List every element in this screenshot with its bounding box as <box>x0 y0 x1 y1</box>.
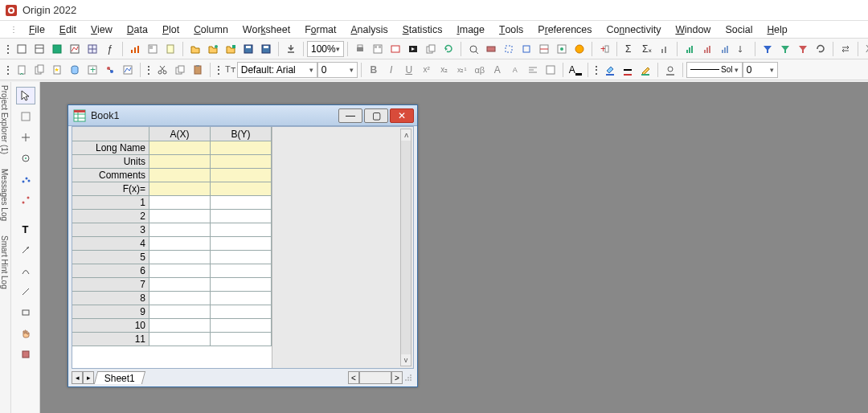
add-ctx-icon[interactable]: + <box>84 62 100 78</box>
cell[interactable] <box>211 333 272 346</box>
row-header[interactable]: 1 <box>72 196 149 209</box>
col-header-b[interactable]: B(Y) <box>211 127 272 141</box>
zoom-tool-icon[interactable] <box>16 108 35 125</box>
fontsize-selector[interactable]: 0 <box>317 62 358 78</box>
bigger-icon[interactable]: A <box>489 62 506 78</box>
menu-worksheet[interactable]: Worksheet <box>236 22 297 37</box>
mask-icon[interactable] <box>483 41 499 57</box>
menu-plot[interactable]: Plot <box>156 22 186 37</box>
bold-icon[interactable]: B <box>366 62 382 78</box>
cell[interactable] <box>211 155 272 168</box>
cell[interactable] <box>149 264 211 277</box>
menu-analysis[interactable]: Analysis <box>344 22 394 37</box>
workbook-titlebar[interactable]: Book1 — ▢ ✕ <box>68 105 417 126</box>
cell[interactable] <box>149 223 211 236</box>
video-icon[interactable] <box>405 41 421 57</box>
pointer-icon[interactable] <box>16 87 35 104</box>
menu-social[interactable]: Social <box>719 22 759 37</box>
new-excel-icon[interactable] <box>49 41 65 57</box>
new-2d-icon[interactable] <box>127 41 143 57</box>
greek-icon[interactable]: αβ <box>472 62 488 78</box>
import-db-icon[interactable] <box>67 62 83 78</box>
menu-image[interactable]: Image <box>450 22 491 37</box>
reader-tool-icon[interactable] <box>16 149 35 167</box>
vertical-scrollbar[interactable]: ʌ v <box>400 129 411 366</box>
cell[interactable] <box>149 305 211 318</box>
cell[interactable] <box>211 305 272 318</box>
row-header-units[interactable]: Units <box>72 155 149 168</box>
menu-preferences[interactable]: Preferences <box>531 22 598 37</box>
cell[interactable] <box>149 155 211 168</box>
hscroll-track[interactable] <box>359 371 391 384</box>
rect-tool-icon[interactable] <box>16 304 35 321</box>
italic-icon[interactable]: I <box>383 62 399 78</box>
new-layout-icon[interactable] <box>145 41 161 57</box>
cell[interactable] <box>149 210 211 223</box>
scroll-down-icon[interactable]: v <box>401 354 411 366</box>
new-matrix-icon[interactable] <box>84 41 100 57</box>
arrow-tool-icon[interactable] <box>16 241 35 259</box>
row-header[interactable]: 9 <box>72 305 149 318</box>
reapply-icon[interactable] <box>813 41 829 57</box>
dock-label-smart-hint[interactable]: Smart Hint Log <box>0 232 9 292</box>
row-header[interactable]: 10 <box>72 319 149 332</box>
sheet-nav-prev[interactable]: ◂ <box>72 371 83 384</box>
worksheet-grid[interactable]: A(X) B(Y) Long Name Units Comments F(x)=… <box>72 127 272 368</box>
plot-menu-icon[interactable] <box>120 62 136 78</box>
refresh-icon[interactable] <box>440 41 457 57</box>
import-csv-icon[interactable] <box>14 62 30 78</box>
pencolor-icon[interactable] <box>637 62 653 78</box>
row-header[interactable]: 7 <box>72 278 149 291</box>
tab-icon[interactable] <box>542 62 559 78</box>
xyz-icon[interactable]: XYZ <box>862 41 868 57</box>
region-tool-icon[interactable] <box>16 346 35 363</box>
import-wiz-icon[interactable] <box>49 62 65 78</box>
pan-tool-icon[interactable] <box>16 129 35 146</box>
lock-icon[interactable] <box>571 41 588 57</box>
row-header[interactable]: 5 <box>72 251 149 264</box>
stats-icon[interactable]: Σ <box>621 41 637 57</box>
filter-on-icon[interactable] <box>777 41 793 57</box>
hscroll-next[interactable]: > <box>391 371 403 384</box>
linecolor-icon[interactable] <box>620 62 636 78</box>
spark1-icon[interactable] <box>682 41 698 57</box>
cell[interactable] <box>211 237 272 250</box>
dock-label-messages-log[interactable]: Messages Log <box>0 166 9 224</box>
sup-icon[interactable]: x² <box>419 62 435 78</box>
hand-tool-icon[interactable] <box>16 325 35 342</box>
new-notes-icon[interactable] <box>162 41 178 57</box>
open-excel-icon[interactable] <box>223 41 239 57</box>
spark3-icon[interactable] <box>717 41 733 57</box>
cell[interactable] <box>211 319 272 332</box>
save-template-icon[interactable] <box>258 41 274 57</box>
fontcolor-icon[interactable]: A <box>567 62 583 78</box>
cell[interactable] <box>211 223 272 236</box>
annot-tool-icon[interactable] <box>16 191 35 209</box>
row-header[interactable]: 11 <box>72 333 149 346</box>
text-tool-icon[interactable]: T <box>16 220 35 238</box>
linestyle-selector[interactable]: Sol <box>686 62 743 78</box>
sub-icon[interactable]: x₂ <box>436 62 452 78</box>
thumbnail-icon[interactable] <box>370 41 386 57</box>
cell[interactable] <box>149 182 211 195</box>
import-multi-icon[interactable] <box>31 62 47 78</box>
spark2-icon[interactable] <box>699 41 715 57</box>
curve-tool-icon[interactable] <box>16 262 35 280</box>
cell[interactable] <box>149 333 211 346</box>
menu-data[interactable]: Data <box>121 22 154 37</box>
cell[interactable] <box>149 141 211 154</box>
cell[interactable] <box>211 196 272 209</box>
row-header[interactable]: 6 <box>72 264 149 277</box>
cell[interactable] <box>211 169 272 182</box>
menu-format[interactable]: Format <box>298 22 342 37</box>
print-icon[interactable] <box>352 41 368 57</box>
row-header-fx[interactable]: F(x)= <box>72 182 149 195</box>
corner-cell[interactable] <box>72 127 149 141</box>
row-header[interactable]: 2 <box>72 210 149 223</box>
new-project-icon[interactable] <box>14 41 30 57</box>
new-function-icon[interactable]: ƒ <box>102 41 118 57</box>
col-header-a[interactable]: A(X) <box>149 127 211 141</box>
maximize-button[interactable]: ▢ <box>364 108 388 123</box>
roi-icon[interactable] <box>501 41 517 57</box>
cell[interactable] <box>149 237 211 250</box>
